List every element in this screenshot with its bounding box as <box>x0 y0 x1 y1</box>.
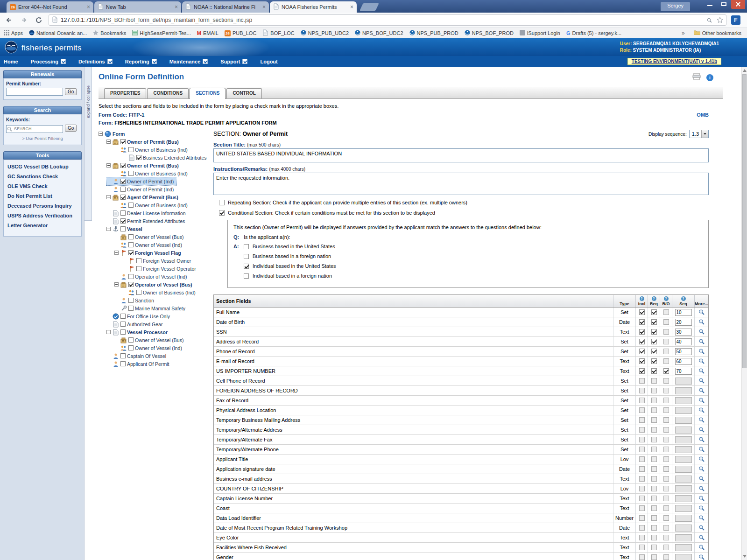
tree-item[interactable]: Foreign Vessel Owner <box>122 257 194 265</box>
tree-item-checkbox[interactable] <box>128 298 134 303</box>
tree-item[interactable]: Owner of Vessel (Bus) <box>114 233 186 241</box>
field-checkbox[interactable] <box>639 545 645 550</box>
bookmark-item[interactable]: Bookmarks <box>93 30 126 36</box>
seq-input[interactable] <box>675 378 692 385</box>
field-checkbox[interactable] <box>663 417 669 423</box>
field-checkbox[interactable] <box>651 407 657 413</box>
field-checkbox[interactable] <box>639 358 645 364</box>
magnifier-more-icon[interactable] <box>698 534 705 541</box>
tab-control[interactable]: CONTROL <box>226 88 261 98</box>
field-checkbox[interactable] <box>639 329 645 335</box>
bookmark-item[interactable]: Apps <box>4 30 23 36</box>
tool-link[interactable]: USCG Vessel DB Lookup <box>7 164 78 169</box>
field-checkbox[interactable] <box>651 339 657 344</box>
magnifier-more-icon[interactable] <box>698 495 705 502</box>
field-checkbox[interactable] <box>639 515 645 521</box>
seq-input[interactable] <box>675 309 692 316</box>
tree-item-checkbox[interactable] <box>128 242 134 247</box>
tree-item-checkbox[interactable] <box>120 187 126 192</box>
omb-link[interactable]: OMB <box>697 112 709 118</box>
field-checkbox[interactable] <box>651 447 657 452</box>
renewals-go-button[interactable]: Go <box>65 88 77 95</box>
search-icon[interactable] <box>707 18 712 23</box>
field-checkbox[interactable] <box>651 398 657 403</box>
forward-button[interactable] <box>18 14 30 26</box>
field-checkbox[interactable] <box>651 545 657 550</box>
magnifier-more-icon[interactable] <box>698 456 705 463</box>
field-checkbox[interactable] <box>651 368 657 374</box>
field-checkbox[interactable] <box>639 456 645 462</box>
field-checkbox[interactable] <box>639 486 645 491</box>
tree-item-checkbox[interactable] <box>120 361 126 366</box>
bookmark-item[interactable]: iSupport Login <box>520 30 560 36</box>
field-checkbox[interactable] <box>663 378 669 384</box>
seq-input[interactable] <box>675 348 692 355</box>
field-checkbox[interactable] <box>663 339 669 344</box>
tree-item[interactable]: Vessel Processor <box>106 328 170 336</box>
field-checkbox[interactable] <box>639 525 645 531</box>
magnifier-more-icon[interactable] <box>698 319 705 326</box>
seq-input[interactable] <box>675 515 692 522</box>
back-button[interactable] <box>3 14 15 26</box>
tree-item-checkbox[interactable] <box>120 353 126 358</box>
tree-item[interactable]: Sanction <box>114 296 157 304</box>
tree-item[interactable]: Owner of Business (Ind) <box>114 169 190 177</box>
nav-item-support[interactable]: Support <box>220 59 247 64</box>
field-checkbox[interactable] <box>663 309 669 315</box>
field-checkbox[interactable] <box>639 398 645 403</box>
field-checkbox[interactable] <box>651 525 657 531</box>
tree-item-checkbox[interactable] <box>136 258 141 263</box>
profile-button[interactable]: Sergey <box>661 2 690 11</box>
tab-close-icon[interactable] <box>262 4 266 10</box>
field-checkbox[interactable] <box>639 496 645 501</box>
bookmark-item[interactable]: NPS_BOF_UDC2 <box>355 30 403 36</box>
tree-item-checkbox[interactable] <box>128 282 134 287</box>
scrollbar-thumb[interactable] <box>742 74 747 368</box>
field-checkbox[interactable] <box>639 427 645 433</box>
tab-close-icon[interactable] <box>175 4 178 10</box>
tree-item-checkbox[interactable] <box>128 203 134 208</box>
field-checkbox[interactable] <box>651 427 657 433</box>
bookmark-item[interactable]: MEMAIL <box>197 30 218 36</box>
tree-item[interactable]: Owner of Business (Ind) <box>114 201 190 209</box>
field-checkbox[interactable] <box>639 309 645 315</box>
magnifier-more-icon[interactable] <box>698 544 705 551</box>
field-checkbox[interactable] <box>651 378 657 384</box>
tool-link[interactable]: OLE VMS Check <box>7 183 78 189</box>
tab-sections[interactable]: SECTIONS <box>190 88 226 99</box>
field-checkbox[interactable] <box>663 388 669 393</box>
field-checkbox[interactable] <box>663 398 669 403</box>
tree-item[interactable]: Owner of Business (Ind) <box>114 146 190 154</box>
keywords-input[interactable] <box>6 125 63 133</box>
collapse-icon[interactable] <box>114 251 119 255</box>
seq-input[interactable] <box>675 466 692 473</box>
extension-button[interactable]: F <box>731 15 740 25</box>
field-checkbox[interactable] <box>663 456 669 462</box>
seq-input[interactable] <box>675 544 692 551</box>
bookmark-item[interactable]: NPS_BOF_PROD <box>465 30 514 36</box>
tree-item-checkbox[interactable] <box>128 250 134 255</box>
field-checkbox[interactable] <box>639 505 645 511</box>
tree-item[interactable]: Operator of Vessel (Bus) <box>114 280 195 288</box>
nav-item-definitions[interactable]: Definitions <box>78 59 113 64</box>
tab-properties[interactable]: PROPERTIES <box>104 88 146 98</box>
tool-link[interactable]: GC Sanctions Check <box>7 174 78 179</box>
nav-item-processing[interactable]: Processing <box>31 59 66 64</box>
tree-item-checkbox[interactable] <box>120 163 126 168</box>
tree-item-checkbox[interactable] <box>128 234 134 239</box>
other-bookmarks-button[interactable]: Other bookmarks <box>694 30 741 36</box>
tree-item-checkbox[interactable] <box>120 210 126 216</box>
tree-item[interactable]: Foreign Vessel Flag <box>114 249 184 257</box>
field-checkbox[interactable] <box>639 319 645 325</box>
seq-input[interactable] <box>675 456 692 463</box>
tool-link[interactable]: USPS Address Verification <box>7 213 78 218</box>
field-checkbox[interactable] <box>663 525 669 531</box>
magnifier-more-icon[interactable] <box>698 387 705 394</box>
field-checkbox[interactable] <box>663 535 669 540</box>
tree-item[interactable]: Business Extended Attributes <box>122 154 210 161</box>
field-checkbox[interactable] <box>639 554 645 560</box>
tree-item-checkbox[interactable] <box>136 290 141 295</box>
field-checkbox[interactable] <box>651 349 657 354</box>
seq-input[interactable] <box>675 368 692 375</box>
field-checkbox[interactable] <box>651 358 657 364</box>
